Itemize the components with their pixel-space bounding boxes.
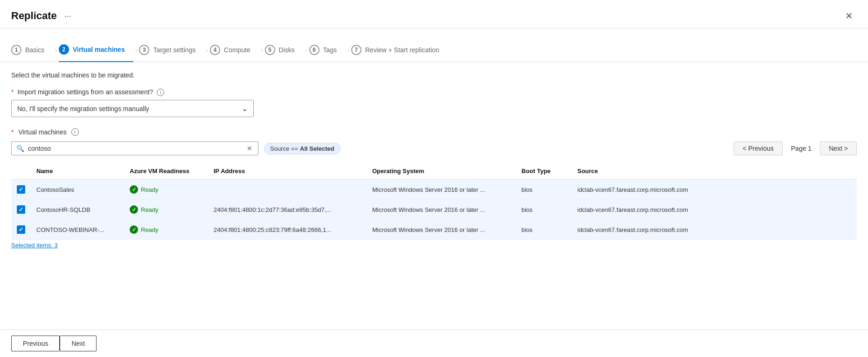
row-ip-0	[208, 180, 367, 200]
step-compute[interactable]: 4 Compute	[210, 38, 259, 62]
filter-tag[interactable]: Source == All Selected	[264, 143, 340, 154]
vm-section: * Virtual machines i 🔍 ✕ Source == All S…	[11, 128, 857, 249]
row-checkbox-cell: ✓	[11, 200, 31, 220]
step-circle-6: 6	[309, 45, 319, 55]
row-readiness-0: ✓ Ready	[124, 180, 208, 200]
col-header-name: Name	[31, 163, 124, 180]
step-circle-1: 1	[11, 45, 21, 55]
pagination-right: < Previous Page 1 Next >	[734, 141, 857, 155]
row-boot-0: bios	[516, 180, 572, 200]
step-label-tags: Tags	[323, 46, 337, 54]
row-readiness-2: ✓ Ready	[124, 220, 208, 240]
page-indicator: Page 1	[786, 145, 816, 152]
step-circle-2: 2	[59, 44, 69, 55]
search-box[interactable]: 🔍 ✕	[11, 141, 258, 155]
row-os-2: Microsoft Windows Server 2016 or later .…	[367, 220, 516, 240]
row-source-0: idclab-vcen67.fareast.corp.microsoft.com	[572, 180, 857, 200]
step-circle-7: 7	[351, 45, 361, 55]
separator-6: ›	[345, 46, 351, 54]
step-label-compute: Compute	[224, 46, 250, 54]
separator-4: ›	[259, 46, 265, 54]
col-header-checkbox	[11, 163, 31, 180]
row-source-2: idclab-vcen67.fareast.corp.microsoft.com	[572, 220, 857, 240]
bottom-previous-button[interactable]: Previous	[11, 336, 60, 351]
row-ip-2: 2404:f801:4800:25:c823:79ff:6a48:2666,1.…	[208, 220, 367, 240]
step-label-target: Target settings	[153, 46, 195, 54]
step-basics[interactable]: 1 Basics	[11, 38, 53, 62]
search-filter-row: 🔍 ✕ Source == All Selected < Previous Pa…	[11, 141, 857, 155]
table-header: Name Azure VM Readiness IP Address Opera…	[11, 163, 857, 180]
ellipsis-button[interactable]: ···	[62, 10, 74, 22]
filter-prefix: Source ==	[270, 145, 298, 152]
dropdown-arrow-icon: ⌄	[242, 104, 248, 113]
separator-3: ›	[204, 46, 210, 54]
checkmark-icon: ✓	[19, 226, 23, 233]
row-name-2: CONTOSO-WEBINAR-...	[31, 220, 124, 240]
step-target-settings[interactable]: 3 Target settings	[139, 38, 204, 62]
main-content: Select the virtual machines to be migrat…	[0, 62, 868, 258]
table-row: ✓ ContosoSales ✓ Ready Microsoft Windows…	[11, 180, 857, 200]
col-header-readiness: Azure VM Readiness	[124, 163, 208, 180]
page-title: Replicate	[11, 10, 57, 22]
selected-count-link[interactable]: Selected items: 3	[11, 242, 857, 249]
row-boot-1: bios	[516, 200, 572, 220]
row-os-0: Microsoft Windows Server 2016 or later .…	[367, 180, 516, 200]
import-dropdown[interactable]: No, I'll specify the migration settings …	[11, 100, 254, 117]
import-label-text: Import migration settings from an assess…	[17, 88, 153, 96]
table-row: ✓ CONTOSO-WEBINAR-... ✓ Ready 2404:f801:…	[11, 220, 857, 240]
bottom-nav: Previous Next	[0, 329, 868, 357]
import-dropdown-value: No, I'll specify the migration settings …	[17, 105, 149, 112]
step-disks[interactable]: 5 Disks	[265, 38, 303, 62]
step-virtual-machines[interactable]: 2 Virtual machines	[59, 38, 133, 62]
table-header-row: Name Azure VM Readiness IP Address Opera…	[11, 163, 857, 180]
separator-5: ›	[303, 46, 309, 54]
vm-required-star: *	[11, 128, 14, 136]
filter-value: All Selected	[300, 145, 334, 152]
readiness-text-0: Ready	[141, 186, 159, 193]
step-circle-3: 3	[139, 45, 149, 55]
row-readiness-1: ✓ Ready	[124, 200, 208, 220]
top-bar-left: Replicate ···	[11, 10, 74, 22]
vm-section-label: * Virtual machines i	[11, 128, 857, 136]
col-header-ip: IP Address	[208, 163, 367, 180]
bottom-next-button[interactable]: Next	[60, 336, 97, 351]
ready-icon-0: ✓	[130, 185, 138, 194]
row-ip-1: 2404:f801:4800:1c:2d77:36ad:e95b:35d7,..…	[208, 200, 367, 220]
checkmark-icon: ✓	[19, 206, 23, 213]
row-checkbox-1[interactable]: ✓	[17, 205, 25, 214]
table-body: ✓ ContosoSales ✓ Ready Microsoft Windows…	[11, 180, 857, 240]
step-label-review: Review + Start replication	[365, 46, 439, 54]
row-name-0: ContosoSales	[31, 180, 124, 200]
import-info-icon[interactable]: i	[157, 89, 164, 96]
close-button[interactable]: ✕	[841, 8, 857, 23]
ready-icon-1: ✓	[130, 205, 138, 214]
page-description: Select the virtual machines to be migrat…	[11, 71, 857, 79]
previous-page-button[interactable]: < Previous	[734, 141, 783, 155]
checkmark-icon: ✓	[19, 186, 23, 193]
import-field-label: * Import migration settings from an asse…	[11, 88, 857, 96]
vm-info-icon[interactable]: i	[71, 128, 79, 136]
top-bar: Replicate ··· ✕	[0, 0, 868, 28]
search-input[interactable]	[28, 145, 246, 152]
row-checkbox-cell: ✓	[11, 180, 31, 200]
step-tags[interactable]: 6 Tags	[309, 38, 346, 62]
row-name-1: ContosoHR-SQLDB	[31, 200, 124, 220]
readiness-text-2: Ready	[141, 226, 159, 233]
row-source-1: idclab-vcen67.fareast.corp.microsoft.com	[572, 200, 857, 220]
step-label-basics: Basics	[25, 46, 44, 54]
next-page-button[interactable]: Next >	[820, 141, 857, 155]
col-header-boot: Boot Type	[516, 163, 572, 180]
row-boot-2: bios	[516, 220, 572, 240]
col-header-os: Operating System	[367, 163, 516, 180]
table-row: ✓ ContosoHR-SQLDB ✓ Ready 2404:f801:4800…	[11, 200, 857, 220]
step-review[interactable]: 7 Review + Start replication	[351, 38, 448, 62]
row-checkbox-0[interactable]: ✓	[17, 185, 25, 194]
readiness-text-1: Ready	[141, 206, 159, 213]
separator-1: ›	[53, 46, 59, 54]
row-checkbox-2[interactable]: ✓	[17, 225, 25, 234]
step-label-vms: Virtual machines	[73, 46, 125, 53]
search-clear-button[interactable]: ✕	[246, 145, 253, 152]
row-checkbox-cell: ✓	[11, 220, 31, 240]
separator-2: ›	[133, 46, 139, 54]
step-circle-4: 4	[210, 45, 220, 55]
